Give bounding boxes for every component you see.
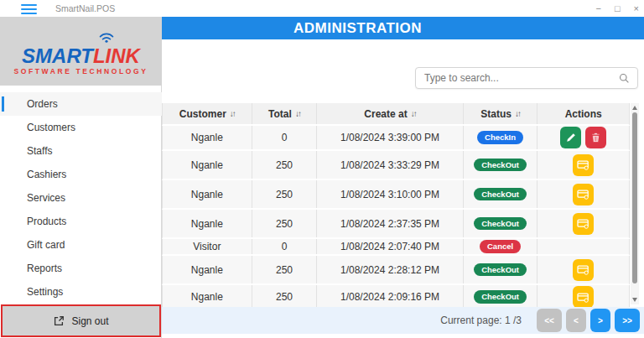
brand-subtitle: SOFTWARE TECHNOLOGY bbox=[0, 67, 162, 75]
current-page-label: Current page: 1 /3 bbox=[440, 315, 522, 326]
sidebar-item-services[interactable]: Services bbox=[0, 186, 162, 210]
search-input[interactable] bbox=[416, 72, 619, 84]
sidebar-menu: Orders Customers Staffs Cashiers Service… bbox=[0, 92, 162, 304]
column-header-actions: Actions bbox=[538, 103, 629, 124]
column-header-total[interactable]: Total↓↑ bbox=[252, 103, 318, 124]
scrollbar-thumb[interactable] bbox=[632, 112, 637, 283]
cell-customer: Visitor bbox=[163, 239, 252, 254]
scroll-down-arrow-icon[interactable] bbox=[632, 298, 637, 302]
sort-icon: ↓↑ bbox=[411, 109, 416, 118]
table-row: Nganle 250 1/08/2024 2:28:12 PM CheckOut bbox=[162, 256, 630, 285]
brand-part-smart: SMART bbox=[22, 44, 93, 67]
cell-total: 0 bbox=[252, 239, 318, 254]
sidebar-item-orders[interactable]: Orders bbox=[0, 92, 162, 116]
cell-customer: Nganle bbox=[163, 151, 252, 179]
brand-wordmark: SMARTLINK bbox=[0, 44, 162, 68]
table-body: Nganle 0 1/08/2024 3:39:00 PM CheckIn Ng… bbox=[162, 126, 630, 309]
sign-out-icon bbox=[53, 315, 65, 327]
sidebar-item-staffs[interactable]: Staffs bbox=[0, 139, 162, 163]
table-row: Nganle 250 1/08/2024 2:09:16 PM CheckOut bbox=[162, 285, 630, 309]
search-icon[interactable] bbox=[619, 73, 630, 84]
credit-card-icon bbox=[577, 218, 589, 229]
table-scrollbar[interactable] bbox=[631, 103, 639, 304]
sort-icon: ↓↑ bbox=[515, 109, 520, 118]
sidebar-item-settings[interactable]: Settings bbox=[0, 280, 162, 304]
first-page-button[interactable]: << bbox=[537, 309, 562, 332]
last-page-button[interactable]: >> bbox=[615, 309, 640, 332]
cell-total: 0 bbox=[252, 126, 318, 149]
page-header: ADMINISTRATION bbox=[162, 17, 644, 39]
payment-button[interactable] bbox=[573, 259, 594, 281]
table-header-row: Customer↓↑ Total↓↑ Create at↓↑ Status↓↑ … bbox=[162, 103, 630, 126]
app-window: SmartNail.POS − □ × ADMINISTRATION SMART… bbox=[0, 0, 644, 338]
title-bar: SmartNail.POS − □ × bbox=[0, 0, 644, 17]
cell-total: 250 bbox=[252, 210, 318, 237]
sidebar-item-reports[interactable]: Reports bbox=[0, 257, 162, 280]
cell-total: 250 bbox=[252, 180, 318, 208]
table-row: Visitor 0 1/08/2024 2:07:40 PM Cancel bbox=[162, 239, 630, 256]
sidebar-item-giftcard[interactable]: Gift card bbox=[0, 233, 162, 257]
sort-icon: ↓↑ bbox=[230, 109, 235, 118]
pagination-bar: Current page: 1 /3 << < > >> bbox=[162, 307, 644, 334]
status-badge: CheckIn bbox=[477, 131, 523, 144]
pencil-icon bbox=[566, 133, 576, 143]
trash-icon bbox=[591, 133, 600, 143]
table-row: Nganle 250 1/08/2024 2:37:35 PM CheckOut bbox=[162, 210, 630, 239]
orders-table: Customer↓↑ Total↓↑ Create at↓↑ Status↓↑ … bbox=[162, 103, 630, 309]
close-icon[interactable]: × bbox=[634, 4, 639, 13]
sidebar-item-customers[interactable]: Customers bbox=[0, 116, 162, 139]
maximize-icon[interactable]: □ bbox=[615, 4, 621, 13]
status-badge: CheckOut bbox=[474, 188, 527, 201]
sign-out-button[interactable]: Sign out bbox=[1, 304, 161, 337]
table-row: Nganle 250 1/08/2024 3:33:29 PM CheckOut bbox=[162, 151, 630, 180]
credit-card-icon bbox=[577, 189, 589, 200]
scroll-up-arrow-icon[interactable] bbox=[632, 106, 637, 110]
table-row: Nganle 0 1/08/2024 3:39:00 PM CheckIn bbox=[162, 126, 630, 151]
credit-card-icon bbox=[577, 292, 589, 303]
cell-create-at: 1/08/2024 3:10:00 PM bbox=[317, 180, 463, 208]
cell-customer: Nganle bbox=[163, 285, 252, 309]
search-box bbox=[415, 67, 638, 89]
column-header-customer[interactable]: Customer↓↑ bbox=[163, 103, 252, 124]
brand-part-link: LINK bbox=[93, 44, 140, 67]
cell-create-at: 1/08/2024 2:09:16 PM bbox=[317, 285, 463, 309]
sort-icon: ↓↑ bbox=[295, 109, 300, 118]
window-controls: − □ × bbox=[595, 0, 639, 17]
status-badge: CheckOut bbox=[474, 263, 527, 277]
wifi-icon bbox=[97, 31, 116, 43]
sidebar-item-products[interactable]: Products bbox=[0, 210, 162, 233]
cell-create-at: 1/08/2024 2:37:35 PM bbox=[317, 210, 463, 237]
payment-button[interactable] bbox=[573, 154, 594, 176]
credit-card-icon bbox=[577, 159, 589, 170]
sidebar: SMARTLINK SOFTWARE TECHNOLOGY Orders Cus… bbox=[0, 17, 162, 338]
credit-card-icon bbox=[577, 264, 589, 275]
app-title: SmartNail.POS bbox=[55, 3, 115, 13]
edit-button[interactable] bbox=[560, 127, 581, 148]
delete-button[interactable] bbox=[585, 127, 606, 148]
next-page-button[interactable]: > bbox=[590, 309, 610, 332]
cell-customer: Nganle bbox=[163, 256, 252, 283]
hamburger-menu-icon[interactable] bbox=[21, 4, 37, 14]
cell-total: 250 bbox=[252, 256, 318, 283]
sign-out-label: Sign out bbox=[71, 315, 108, 327]
cell-customer: Nganle bbox=[163, 210, 252, 237]
previous-page-button[interactable]: < bbox=[566, 309, 586, 332]
page-title: ADMINISTRATION bbox=[162, 20, 644, 37]
minimize-icon[interactable]: − bbox=[595, 4, 600, 13]
payment-button[interactable] bbox=[573, 286, 594, 308]
column-header-create-at[interactable]: Create at↓↑ bbox=[317, 103, 463, 124]
status-badge: CheckOut bbox=[474, 159, 527, 172]
cell-customer: Nganle bbox=[163, 180, 252, 208]
cell-create-at: 1/08/2024 3:39:00 PM bbox=[317, 126, 463, 149]
cell-total: 250 bbox=[252, 285, 318, 309]
cell-total: 250 bbox=[252, 151, 318, 179]
column-header-status[interactable]: Status↓↑ bbox=[464, 103, 538, 124]
sidebar-item-cashiers[interactable]: Cashiers bbox=[0, 163, 162, 186]
payment-button[interactable] bbox=[573, 184, 594, 205]
cell-create-at: 1/08/2024 2:07:40 PM bbox=[317, 239, 463, 254]
cell-customer: Nganle bbox=[163, 126, 252, 149]
cell-create-at: 1/08/2024 3:33:29 PM bbox=[317, 151, 463, 179]
cell-create-at: 1/08/2024 2:28:12 PM bbox=[317, 256, 463, 283]
table-row: Nganle 250 1/08/2024 3:10:00 PM CheckOut bbox=[162, 180, 630, 210]
payment-button[interactable] bbox=[573, 213, 594, 235]
